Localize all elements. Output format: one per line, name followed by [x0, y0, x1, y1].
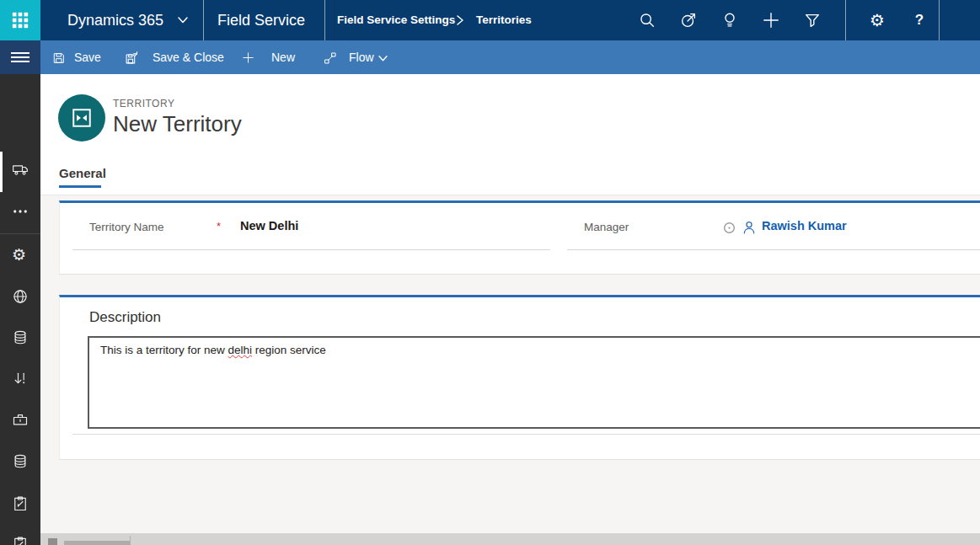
description-textarea[interactable]: This is a territory for new delhi region…	[88, 336, 980, 429]
description-heading: Description	[89, 309, 161, 326]
database-icon	[12, 453, 29, 470]
module-title[interactable]: Field Service	[217, 0, 305, 40]
tab-row-border	[40, 195, 980, 195]
ellipsis-icon	[12, 203, 29, 220]
funnel-icon	[803, 11, 822, 29]
topbar-divider	[203, 0, 204, 40]
guided-tasks-button[interactable]	[676, 0, 701, 40]
territory-name-value[interactable]: New Delhi	[240, 219, 298, 232]
description-text: This is a territory for new delhi region…	[89, 338, 980, 364]
truck-icon	[12, 161, 29, 178]
topbar-divider	[845, 0, 846, 40]
help-button[interactable]: ?	[907, 0, 932, 40]
new-button[interactable]: New	[271, 40, 295, 74]
hamburger-menu-button[interactable]	[0, 40, 40, 74]
field-underline	[72, 249, 550, 250]
plus-icon	[762, 11, 780, 29]
globe-icon	[12, 288, 29, 305]
status-save-icon	[48, 538, 57, 545]
misspelled-word: delhi	[228, 344, 253, 356]
flow-chevron-down-icon[interactable]	[378, 55, 388, 62]
sidebar-item-work-orders[interactable]	[12, 495, 29, 512]
entity-avatar	[58, 94, 105, 142]
tab-general[interactable]: General	[59, 166, 106, 180]
field-underline	[72, 434, 980, 435]
search-button[interactable]	[635, 0, 660, 40]
arrow-down-exclaim-icon	[12, 371, 29, 387]
status-divider	[130, 536, 131, 545]
clipboard-edit-icon	[12, 495, 29, 512]
active-item-indicator	[0, 152, 3, 192]
database-icon	[12, 329, 29, 346]
required-asterisk: *	[217, 220, 221, 232]
page-title: New Territory	[113, 111, 242, 137]
save-and-close-icon	[125, 51, 139, 65]
breadcrumb-parent[interactable]: Field Service Settings	[337, 0, 455, 40]
quick-create-button[interactable]	[758, 0, 784, 40]
status-text-clipped	[64, 541, 130, 545]
gear-icon: ⚙	[12, 246, 26, 264]
sidebar-separator	[0, 233, 40, 234]
save-and-close-button[interactable]: Save & Close	[153, 40, 224, 74]
sidebar-item-resources[interactable]	[12, 161, 29, 178]
manager-lookup-value[interactable]: Rawish Kumar	[762, 219, 847, 232]
summary-section-card: Territory Name * New Delhi Manager Rawis…	[59, 200, 980, 275]
chevron-right-icon	[455, 14, 465, 26]
save-button[interactable]: Save	[74, 40, 101, 74]
active-tab-underline	[59, 185, 101, 188]
advanced-find-button[interactable]	[800, 0, 825, 40]
sidebar-item-toolbox[interactable]	[12, 411, 29, 428]
question-mark-icon: ?	[915, 0, 924, 40]
search-icon	[638, 11, 656, 29]
compass-arrow-icon	[679, 11, 698, 29]
breadcrumb-current[interactable]: Territories	[476, 0, 532, 40]
toolbox-icon	[12, 411, 29, 428]
person-icon	[742, 220, 757, 235]
app-title[interactable]: Dynamics 365	[67, 0, 163, 40]
sidebar-item-import[interactable]	[12, 371, 29, 387]
sidebar-item-settings[interactable]: ⚙	[12, 247, 29, 264]
flow-button[interactable]: Flow	[349, 40, 374, 74]
lightbulb-icon	[720, 11, 739, 29]
waffle-icon	[11, 11, 29, 29]
sidebar-item-agreements[interactable]	[12, 536, 29, 545]
sidebar-item-data[interactable]	[12, 329, 29, 346]
status-bar	[40, 533, 980, 545]
record-status-icon	[723, 222, 736, 234]
topbar-divider	[939, 0, 940, 40]
new-plus-icon	[242, 51, 254, 64]
save-icon	[52, 51, 66, 65]
flow-icon	[324, 51, 337, 65]
field-underline	[567, 249, 980, 250]
waffle-menu-button[interactable]	[0, 0, 40, 40]
gear-icon: ⚙	[870, 0, 885, 40]
chevron-down-icon[interactable]	[177, 16, 189, 24]
description-section-card: Description This is a territory for new …	[59, 295, 980, 460]
sitemap-sidebar: ⚙	[0, 74, 40, 545]
app-window: Dynamics 365 Field Service Field Service…	[0, 0, 980, 545]
insights-button[interactable]	[717, 0, 742, 40]
manager-label: Manager	[584, 221, 629, 233]
entity-type-label: TERRITORY	[113, 98, 174, 110]
sidebar-item-datasets[interactable]	[12, 453, 29, 470]
territory-name-label: Territory Name	[89, 221, 164, 233]
territory-entity-icon	[71, 107, 93, 129]
hamburger-icon	[11, 51, 29, 63]
topbar-divider	[324, 0, 325, 40]
clipboard-edit-icon	[12, 536, 29, 545]
sidebar-item-more[interactable]	[12, 203, 29, 220]
top-nav-bar: Dynamics 365 Field Service Field Service…	[0, 0, 980, 40]
command-bar: Save Save & Close New Flow	[0, 40, 980, 74]
settings-button[interactable]: ⚙	[865, 0, 890, 40]
sidebar-item-territories[interactable]	[12, 288, 29, 305]
